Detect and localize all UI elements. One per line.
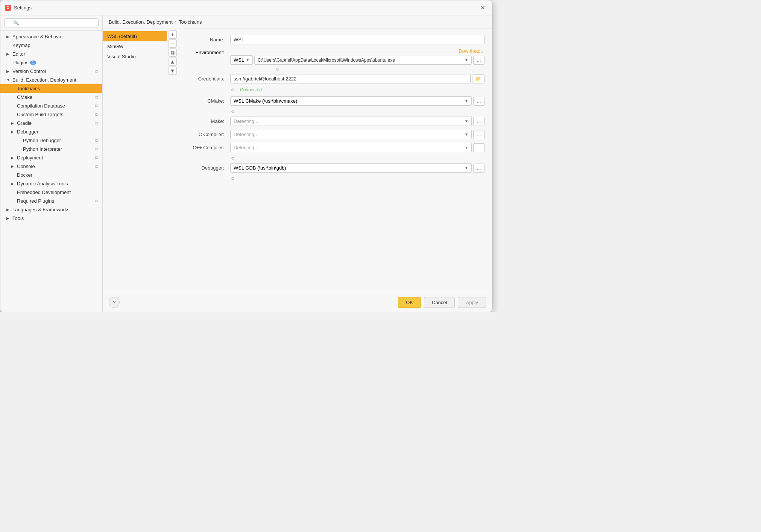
environment-path-dropdown[interactable]: C:\Users\Gabriel\AppData\Local\Microsoft… (254, 56, 472, 65)
sidebar-item-plugins[interactable]: Plugins 1 (0, 58, 102, 67)
c-compiler-placeholder: Detecting... (234, 132, 258, 137)
breadcrumb-current: Toolchains (179, 19, 202, 25)
sidebar-item-deployment[interactable]: ▶ Deployment ⧉ (0, 153, 102, 162)
connected-status-row: ⚙ Connected (231, 87, 485, 92)
add-toolchain-button[interactable]: + (169, 30, 177, 39)
left-navigation-panel: 🔍 ▶ Appearance & Behavior Keymap ▶ Edito… (0, 15, 103, 312)
expand-arrow (11, 190, 15, 194)
sidebar-item-required-plugins[interactable]: Required Plugins ⧉ (0, 197, 102, 205)
nav-label: Keymap (12, 42, 30, 48)
env-browse-button[interactable]: … (473, 56, 485, 65)
c-compiler-browse-button[interactable]: … (473, 130, 485, 139)
nav-label: Gradle (17, 120, 32, 126)
move-up-button[interactable]: ▲ (169, 58, 177, 66)
nav-label: Dynamic Analysis Tools (17, 181, 68, 186)
sidebar-item-languages-frameworks[interactable]: ▶ Languages & Frameworks (0, 205, 102, 214)
remove-toolchain-button[interactable]: − (169, 39, 177, 48)
sidebar-item-toolchains[interactable]: Toolchains (0, 84, 102, 93)
c-compiler-label: C Compiler: (186, 132, 227, 137)
search-input[interactable] (4, 18, 99, 27)
expand-arrow: ▶ (11, 164, 15, 168)
cmake-dropdown[interactable]: WSL CMake (\usr\bin\cmake) ▼ (230, 96, 472, 106)
sidebar-item-appearance-behavior[interactable]: ▶ Appearance & Behavior (0, 32, 102, 41)
make-browse-button[interactable]: … (473, 117, 485, 126)
expand-arrow (17, 147, 21, 151)
copy-icon: ⧉ (95, 95, 98, 100)
sidebar-item-version-control[interactable]: ▶ Version Control ⧉ (0, 67, 102, 76)
ok-button[interactable]: OK (398, 297, 421, 308)
chevron-down-icon: ▼ (246, 58, 249, 62)
c-compiler-row: C Compiler: Detecting... ▼ … (186, 130, 485, 139)
compiler-loading-spinner: ⚙ (231, 156, 485, 161)
main-content-area: 🔍 ▶ Appearance & Behavior Keymap ▶ Edito… (0, 15, 492, 312)
help-button[interactable]: ? (109, 297, 120, 308)
close-button[interactable]: ✕ (478, 3, 488, 12)
cpp-compiler-label: C++ Compiler: (186, 145, 227, 150)
environment-type-dropdown[interactable]: WSL ▼ (230, 55, 253, 65)
search-box-container: 🔍 (0, 15, 102, 31)
nav-label: Custom Build Targets (17, 112, 63, 117)
cpp-compiler-browse-button[interactable]: … (473, 143, 485, 152)
copy-icon: ⧉ (95, 112, 98, 117)
sidebar-item-cmake[interactable]: CMake ⧉ (0, 93, 102, 102)
sidebar-item-gradle[interactable]: ▶ Gradle ⧉ (0, 119, 102, 127)
environment-row: Environment: Download... WSL ▼ (186, 48, 485, 72)
sidebar-item-debugger[interactable]: ▶ Debugger (0, 127, 102, 136)
toolchain-item-visual-studio[interactable]: Visual Studio (103, 52, 167, 62)
copy-toolchain-button[interactable]: ⧉ (169, 49, 177, 57)
sidebar-item-tools[interactable]: ▶ Tools (0, 214, 102, 223)
move-down-button[interactable]: ▼ (169, 67, 177, 75)
sidebar-item-python-debugger[interactable]: Python Debugger ⧉ (0, 136, 102, 145)
copy-icon: ⧉ (95, 138, 98, 143)
credentials-browse-button[interactable]: 📁 (472, 74, 485, 83)
chevron-down-icon: ▼ (465, 119, 468, 123)
sidebar-item-keymap[interactable]: Keymap (0, 41, 102, 50)
c-compiler-field: Detecting... ▼ … (230, 130, 485, 139)
title-bar: C Settings ✕ (0, 0, 492, 15)
make-label: Make: (186, 118, 227, 124)
expand-arrow: ▶ (6, 69, 11, 73)
apply-button[interactable]: Apply (458, 297, 486, 308)
toolchain-item-mingw[interactable]: MinGW (103, 41, 167, 52)
credentials-field: 📁 (230, 74, 485, 83)
cancel-button[interactable]: Cancel (424, 297, 455, 308)
make-field: Detecting... ▼ … (230, 117, 485, 126)
expand-arrow: ▶ (11, 156, 15, 160)
credentials-input[interactable] (230, 74, 471, 83)
cpp-compiler-dropdown[interactable]: Detecting... ▼ (230, 143, 472, 152)
window-title: Settings (14, 5, 32, 11)
debugger-label: Debugger: (186, 165, 227, 171)
right-panel: Build, Execution, Deployment › Toolchain… (103, 15, 492, 312)
environment-controls: Download... WSL ▼ C:\Users\Gabriel\AppDa… (230, 48, 485, 72)
c-compiler-dropdown[interactable]: Detecting... ▼ (230, 130, 472, 139)
sidebar-item-custom-build-targets[interactable]: Custom Build Targets ⧉ (0, 110, 102, 119)
cmake-browse-button[interactable]: … (473, 97, 485, 106)
debugger-dropdown[interactable]: WSL GDB (\usr\bin\gdb) ▼ (230, 163, 472, 173)
sidebar-item-docker[interactable]: Docker (0, 171, 102, 179)
nav-label: Tools (12, 215, 24, 221)
sidebar-item-console[interactable]: ▶ Console ⧉ (0, 162, 102, 171)
nav-label: Required Plugins (17, 198, 54, 204)
cmake-loading-spinner: ⚙ (231, 109, 485, 114)
make-placeholder: Detecting... (234, 118, 258, 124)
env-path-value: C:\Users\Gabriel\AppData\Local\Microsoft… (258, 58, 395, 63)
sidebar-item-editor[interactable]: ▶ Editor (0, 50, 102, 58)
debugger-browse-button[interactable]: … (473, 164, 485, 173)
name-input[interactable] (230, 35, 485, 44)
sidebar-item-build-execution-deployment[interactable]: ▼ Build, Execution, Deployment (0, 76, 102, 84)
credentials-label: Credentials: (186, 76, 227, 82)
sidebar-item-python-interpreter[interactable]: Python Interpreter ⧉ (0, 145, 102, 153)
sidebar-item-embedded-development[interactable]: Embedded Development (0, 188, 102, 197)
sidebar-item-compilation-database[interactable]: Compilation Database ⧉ (0, 102, 102, 110)
expand-arrow (17, 138, 21, 142)
nav-label: Compilation Database (17, 103, 65, 109)
copy-icon: ⧉ (95, 199, 98, 203)
sidebar-item-dynamic-analysis-tools[interactable]: ▶ Dynamic Analysis Tools (0, 179, 102, 188)
toolchain-list: WSL (default) MinGW Visual Studio (103, 29, 167, 293)
cmake-row: CMake: WSL CMake (\usr\bin\cmake) ▼ … (186, 96, 485, 106)
download-link[interactable]: Download... (459, 48, 485, 54)
toolchain-item-wsl[interactable]: WSL (default) (103, 31, 167, 41)
make-dropdown[interactable]: Detecting... ▼ (230, 117, 472, 126)
copy-icon: ⧉ (95, 69, 98, 74)
settings-window: C Settings ✕ 🔍 ▶ Appearance & Behavior (0, 0, 492, 312)
